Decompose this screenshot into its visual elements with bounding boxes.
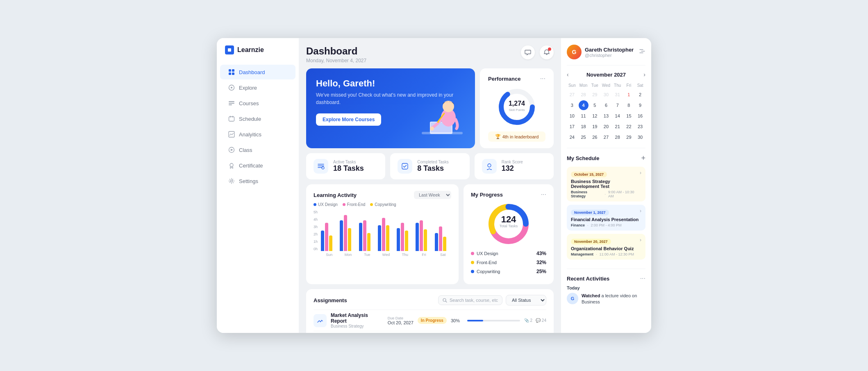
- cal-day-17[interactable]: 17: [567, 122, 577, 131]
- cal-day-26[interactable]: 26: [590, 132, 600, 142]
- cal-day-24[interactable]: 24: [567, 132, 577, 142]
- calendar-next-button[interactable]: ›: [643, 71, 645, 78]
- cal-day-22[interactable]: 22: [624, 122, 634, 131]
- explore-courses-button[interactable]: Explore More Courses: [316, 113, 381, 126]
- stats-row: Active Tasks 18 Tasks Completed Tasks 8 …: [306, 153, 554, 179]
- bar-segment: [325, 223, 328, 251]
- cal-day-9[interactable]: 9: [635, 100, 645, 110]
- cal-day-4-today[interactable]: 4: [579, 100, 589, 110]
- legend-ux-design: UX Design: [314, 202, 338, 207]
- sidebar-item-class[interactable]: Class: [220, 143, 295, 157]
- svg-point-24: [437, 121, 439, 123]
- calendar-section: ‹ November 2027 › Sun Mon Tue Wed Thu Fr…: [567, 71, 645, 142]
- header-icons: [521, 45, 554, 59]
- performance-title: Performance: [488, 76, 520, 82]
- cal-day-16[interactable]: 16: [635, 111, 645, 121]
- sidebar-item-explore[interactable]: Explore: [220, 80, 295, 95]
- assignment-progress-fill-1: [467, 320, 483, 321]
- charts-row: Learning Activity Last Week Last Month U…: [306, 184, 554, 284]
- cal-day-30-oct[interactable]: 30: [601, 90, 611, 100]
- cal-day-19[interactable]: 19: [590, 122, 600, 131]
- y-axis-labels: 5h4h3h2h1h0h: [314, 210, 319, 251]
- cal-day-2[interactable]: 2: [635, 90, 645, 100]
- cal-day-28-oct[interactable]: 28: [579, 90, 589, 100]
- sidebar-item-analytics[interactable]: Analyitics: [220, 127, 295, 142]
- assignment-progress-bar-1: [467, 320, 520, 321]
- cal-day-3[interactable]: 3: [567, 100, 577, 110]
- bar-segment: [367, 233, 370, 251]
- logo-icon: [225, 45, 234, 54]
- stat-active-tasks-label: Active Tasks: [333, 160, 364, 164]
- prog-dot-ux: [471, 252, 474, 255]
- schedule-arrow-1[interactable]: ›: [640, 170, 641, 176]
- cal-day-10[interactable]: 10: [567, 111, 577, 121]
- sidebar-item-certificate[interactable]: Certificate: [220, 158, 295, 173]
- assignment-status-1: In Progress: [418, 317, 447, 324]
- cal-day-7[interactable]: 7: [613, 100, 623, 110]
- sidebar-label-explore: Explore: [239, 85, 257, 91]
- sidebar-item-settings[interactable]: Settings: [220, 174, 295, 188]
- cal-day-18[interactable]: 18: [579, 122, 589, 131]
- schedule-arrow-2[interactable]: ›: [640, 208, 641, 214]
- schedule-item-2: November 1, 2027 Financial Analysis Pres…: [567, 205, 645, 231]
- cal-day-27[interactable]: 27: [601, 132, 611, 142]
- sidebar-item-courses[interactable]: Courses: [220, 96, 295, 111]
- svg-point-5: [231, 87, 232, 88]
- cal-day-20[interactable]: 20: [601, 122, 611, 131]
- learning-activity-filter[interactable]: Last Week Last Month: [414, 191, 451, 199]
- cal-day-8[interactable]: 8: [624, 100, 634, 110]
- cal-day-6[interactable]: 6: [601, 100, 611, 110]
- learning-activity-header: Learning Activity Last Week Last Month: [314, 191, 451, 199]
- schedule-meta-2: Finance · 2:00 PM - 4:00 PM: [571, 223, 639, 227]
- svg-rect-8: [229, 104, 232, 105]
- stat-completed-value: 8 Tasks: [417, 164, 449, 173]
- cal-day-25[interactable]: 25: [579, 132, 589, 142]
- cal-day-28[interactable]: 28: [613, 132, 623, 142]
- active-tasks-icon: [314, 159, 328, 174]
- schedule-add-button[interactable]: +: [641, 154, 645, 163]
- cal-day-27-oct[interactable]: 27: [567, 90, 577, 100]
- cal-day-14[interactable]: 14: [613, 111, 623, 121]
- sidebar-item-schedule[interactable]: Schedule: [220, 111, 295, 126]
- cal-day-21[interactable]: 21: [613, 122, 623, 131]
- status-filter[interactable]: All Status In Progress Completed: [506, 295, 546, 305]
- assignments-search[interactable]: Search task, course, etc: [438, 295, 502, 305]
- cal-day-29-oct[interactable]: 29: [590, 90, 600, 100]
- cal-header-sun: Sun: [567, 82, 577, 89]
- assignment-due-1: Due Date Oct 20, 2027: [388, 316, 414, 325]
- sidebar-label-certificate: Certificate: [239, 163, 263, 169]
- cal-day-15[interactable]: 15: [624, 111, 634, 121]
- my-progress-more-button[interactable]: ···: [541, 191, 546, 198]
- bar-segment: [359, 223, 362, 251]
- sidebar-item-dashboard[interactable]: Dashboard: [220, 65, 295, 79]
- class-icon: [228, 147, 235, 153]
- hero-illustration: [418, 95, 467, 148]
- notification-button[interactable]: [540, 45, 554, 59]
- cal-day-13[interactable]: 13: [601, 111, 611, 121]
- schedule-title: My Schedule: [567, 155, 599, 161]
- assignments-header: Assignments Search task, course, etc All…: [314, 295, 546, 305]
- user-handle: @christopher: [585, 53, 634, 58]
- schedule-item-3-content: November 20, 2027 Organizational Behavio…: [571, 237, 634, 256]
- cal-day-12[interactable]: 12: [590, 111, 600, 121]
- cal-day-1[interactable]: 1: [624, 90, 634, 100]
- schedule-arrow-3[interactable]: ›: [640, 237, 641, 243]
- svg-rect-7: [229, 103, 234, 104]
- calendar-prev-button[interactable]: ‹: [567, 71, 569, 78]
- hero-greeting: Hello, Gareth!: [316, 78, 465, 89]
- cal-day-23[interactable]: 23: [635, 122, 645, 131]
- cal-day-29[interactable]: 29: [624, 132, 634, 142]
- performance-more-button[interactable]: ···: [540, 75, 545, 82]
- message-button[interactable]: [521, 45, 535, 59]
- cal-day-30[interactable]: 30: [635, 132, 645, 142]
- assignment-progress-pct-1: 30%: [451, 318, 463, 323]
- user-menu-button[interactable]: [639, 48, 645, 56]
- cal-day-11[interactable]: 11: [579, 111, 589, 121]
- divider-3: [567, 269, 645, 269]
- bar-segment: [405, 231, 408, 251]
- sidebar-label-analytics: Analyitics: [239, 131, 261, 138]
- schedule-item-3: November 20, 2027 Organizational Behavio…: [567, 234, 645, 260]
- activities-more-button[interactable]: ···: [640, 275, 645, 282]
- cal-day-5[interactable]: 5: [590, 100, 600, 110]
- cal-day-31-oct[interactable]: 31: [613, 90, 623, 100]
